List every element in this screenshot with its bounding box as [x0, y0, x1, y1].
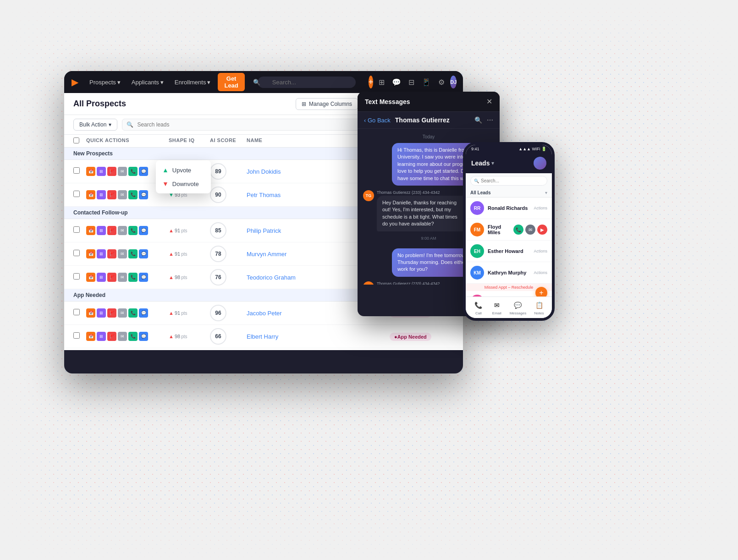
action-btn-calendar[interactable]: 📅	[86, 332, 95, 341]
action-btn-calendar[interactable]: 📅	[86, 249, 95, 258]
tm-title: Text Messages	[365, 98, 410, 105]
action-btn-phone[interactable]: 📞	[128, 249, 138, 258]
action-btn-flag[interactable]: 🚩	[107, 167, 116, 176]
action-btn-phone[interactable]: 📞	[128, 190, 138, 199]
action-btn-mail[interactable]: ✉	[118, 167, 127, 176]
phone-search-input[interactable]	[470, 176, 547, 186]
action-btn-mail[interactable]: ✉	[118, 332, 127, 341]
action-btn-mail[interactable]: ✉	[118, 226, 127, 235]
quick-actions: 📅 ⊞ 🚩 ✉ 📞 💬	[86, 273, 169, 282]
action-btn-chat[interactable]: 💬	[139, 226, 148, 235]
action-btn-chat[interactable]: 💬	[139, 332, 148, 341]
action-btn-mail[interactable]: ✉	[118, 190, 127, 199]
nav-plus-button[interactable]: +	[369, 76, 374, 88]
action-btn-calendar[interactable]: 📅	[86, 226, 95, 235]
tm-close-button[interactable]: ✕	[486, 97, 492, 106]
action-btn-phone[interactable]: 📞	[128, 167, 138, 176]
phone-bottom-notes[interactable]: 📋 Notes	[534, 300, 545, 315]
action-btn-mail[interactable]: ✉	[118, 249, 127, 258]
ai-score-cell: 66	[210, 328, 247, 345]
tm-back-button[interactable]: ‹ Go Back	[364, 117, 391, 124]
action-btn-flag[interactable]: 🚩	[107, 190, 116, 199]
row-checkbox[interactable]	[73, 332, 80, 339]
tm-search-icon[interactable]: 🔍	[474, 116, 482, 124]
row-checkbox[interactable]	[73, 167, 80, 174]
row-checkbox[interactable]	[73, 191, 80, 197]
action-btn-flag[interactable]: 🚩	[107, 249, 116, 258]
phone-bottom-call[interactable]: 📞 Call	[473, 300, 484, 315]
phone-avatar[interactable]	[534, 157, 546, 170]
arrow-up-icon: ▲	[169, 275, 174, 280]
nav-copy-icon[interactable]: ⊞	[377, 76, 386, 88]
phone-mail-btn[interactable]: ✉	[525, 225, 535, 235]
action-btn-flag[interactable]: 🚩	[107, 332, 116, 341]
tm-more-icon[interactable]: ⋯	[487, 116, 493, 124]
action-btn-grid[interactable]: ⊞	[97, 273, 106, 282]
action-btn-grid[interactable]: ⊞	[97, 167, 106, 176]
arrow-up-icon: ▲	[169, 334, 174, 339]
phone-video-btn[interactable]: ▶	[537, 225, 547, 235]
upvote-item[interactable]: ▲ Upvote	[156, 163, 211, 177]
action-btn-flag[interactable]: 🚩	[107, 308, 116, 318]
page-title: All Prospects	[73, 99, 296, 109]
nav-avatar[interactable]: DJ	[450, 76, 457, 88]
action-btn-grid[interactable]: ⊞	[97, 190, 106, 199]
nav-applicants[interactable]: Applicants ▾	[128, 77, 167, 88]
row-checkbox[interactable]	[73, 250, 80, 256]
mobile-phone: 9:41 ▲▲▲ WiFi 🔋 Leads ▾ 🔍 All Leads ▾ RR…	[463, 142, 555, 321]
lead-name[interactable]: Elbert Harry	[247, 333, 390, 340]
action-btn-mail[interactable]: ✉	[118, 273, 127, 282]
bulk-action-button[interactable]: Bulk Action ▾	[73, 119, 117, 131]
action-btn-chat[interactable]: 💬	[139, 273, 148, 282]
action-btn-phone[interactable]: 📞	[128, 226, 138, 235]
nav-chat-icon[interactable]: 💬	[390, 76, 403, 88]
nav-search-input[interactable]	[258, 77, 356, 88]
downvote-item[interactable]: ▼ Downvote	[156, 177, 211, 191]
action-btn-grid[interactable]: ⊞	[97, 249, 106, 258]
row-checkbox[interactable]	[73, 309, 80, 315]
phone-call-btn[interactable]: 📞	[513, 225, 523, 235]
phone-bottom-messages[interactable]: 💬 Messages	[510, 300, 526, 315]
table-row: 📅 ⊞ 🚩 ✉ 📞 💬 ▲ 98 pts 66 Elbert Harry ● A…	[64, 325, 463, 348]
action-btn-grid[interactable]: ⊞	[97, 308, 106, 318]
action-btn-phone[interactable]: 📞	[128, 273, 138, 282]
action-btn-chat[interactable]: 💬	[139, 190, 148, 199]
action-btn-chat[interactable]: 💬	[139, 167, 148, 176]
get-lead-button[interactable]: Get Lead	[218, 73, 244, 91]
select-all-checkbox[interactable]	[73, 137, 79, 143]
action-btn-calendar[interactable]: 📅	[86, 273, 95, 282]
quick-actions: 📅 ⊞ 🚩 ✉ 📞 💬	[86, 226, 169, 235]
phone-filter-row[interactable]: All Leads ▾	[466, 188, 552, 198]
phone-actions-eh[interactable]: Actions	[534, 249, 547, 253]
action-btn-phone[interactable]: 📞	[128, 308, 138, 318]
phone-signal: ▲▲▲ WiFi 🔋	[518, 147, 546, 151]
nav-phone-icon[interactable]: 📱	[420, 76, 433, 88]
action-btn-phone[interactable]: 📞	[128, 332, 138, 341]
action-btn-grid[interactable]: ⊞	[97, 332, 106, 341]
phone-actions-km[interactable]: Actions	[534, 270, 547, 275]
action-btn-calendar[interactable]: 📅	[86, 167, 95, 176]
action-btn-mail[interactable]: ✉	[118, 308, 127, 318]
phone-bottom-email[interactable]: ✉ Email	[491, 300, 502, 315]
action-btn-flag[interactable]: 🚩	[107, 226, 116, 235]
action-btn-chat[interactable]: 💬	[139, 249, 148, 258]
row-checkbox[interactable]	[73, 273, 80, 280]
phone-lead-item-4: KM Kathryn Murphy Actions	[466, 262, 552, 284]
nav-grid-icon[interactable]: ⊟	[407, 76, 416, 88]
nav-enrollments[interactable]: Enrollments ▾	[171, 77, 215, 88]
phone-bottom-messages-icon: 💬	[512, 300, 523, 311]
tm-date-label: Today	[363, 134, 494, 139]
columns-icon: ⊞	[302, 101, 306, 107]
manage-columns-button[interactable]: ⊞ Manage Columns	[296, 98, 358, 110]
action-btn-calendar[interactable]: 📅	[86, 308, 95, 318]
action-btn-chat[interactable]: 💬	[139, 308, 148, 318]
phone-actions-rr[interactable]: Actions	[534, 206, 547, 210]
tm-avatar-tg: TG	[363, 190, 374, 201]
nav-prospects[interactable]: Prospects ▾	[86, 77, 124, 88]
action-btn-calendar[interactable]: 📅	[86, 190, 95, 199]
row-checkbox[interactable]	[73, 226, 80, 233]
nav-settings-icon[interactable]: ⚙	[436, 76, 446, 88]
action-btn-grid[interactable]: ⊞	[97, 226, 106, 235]
action-btn-flag[interactable]: 🚩	[107, 273, 116, 282]
phone-title: Leads	[471, 159, 490, 167]
